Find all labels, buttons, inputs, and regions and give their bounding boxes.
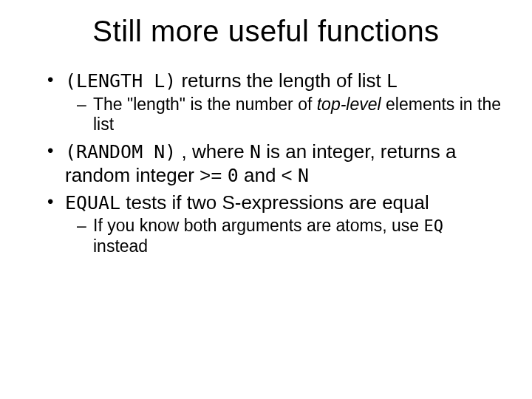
text-span: , where bbox=[176, 140, 250, 163]
bullet-item: (RANDOM N) , where N is an integer, retu… bbox=[47, 140, 502, 188]
sub-list: If you know both arguments are atoms, us… bbox=[65, 216, 502, 256]
bullet-item: EQUAL tests if two S-expressions are equ… bbox=[47, 191, 502, 257]
code-span: (LENGTH L) bbox=[65, 70, 176, 92]
sub-list: The "length" is the number of top-level … bbox=[65, 95, 502, 135]
code-span: (RANDOM N) bbox=[65, 141, 176, 163]
code-span: 0 bbox=[228, 165, 239, 186]
code-span: N bbox=[250, 141, 261, 163]
code-span: L bbox=[386, 70, 398, 92]
bullet-list: (LENGTH L) returns the length of list L … bbox=[30, 69, 502, 256]
text-span: instead bbox=[93, 236, 148, 256]
text-span: If you know both arguments are atoms, us… bbox=[93, 216, 423, 235]
text-span: tests if two S-expressions are equal bbox=[120, 191, 429, 214]
sub-bullet-item: The "length" is the number of top-level … bbox=[77, 95, 502, 135]
text-span: The "length" is the number of bbox=[93, 95, 317, 114]
bullet-item: (LENGTH L) returns the length of list L … bbox=[47, 69, 502, 135]
slide-title: Still more useful functions bbox=[30, 15, 502, 48]
sub-bullet-item: If you know both arguments are atoms, us… bbox=[77, 216, 502, 256]
code-span: EQ bbox=[423, 216, 443, 235]
text-span: and < bbox=[239, 164, 298, 186]
code-span: N bbox=[298, 165, 309, 186]
text-span: returns the length of list bbox=[176, 69, 386, 92]
code-span: EQUAL bbox=[65, 192, 120, 214]
italic-span: top-level bbox=[317, 95, 381, 114]
